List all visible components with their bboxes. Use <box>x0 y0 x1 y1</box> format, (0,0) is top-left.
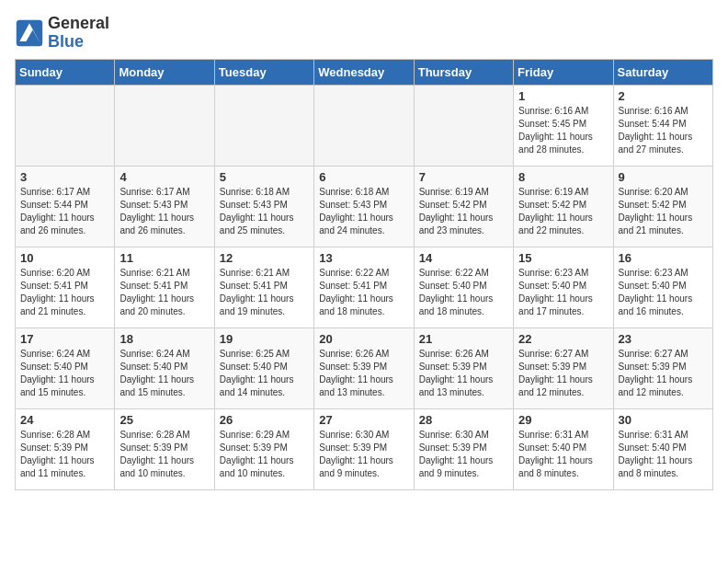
day-info: Sunrise: 6:19 AM Sunset: 5:42 PM Dayligh… <box>419 186 508 237</box>
calendar-week-row: 17Sunrise: 6:24 AM Sunset: 5:40 PM Dayli… <box>16 327 713 408</box>
day-number: 16 <box>619 251 708 265</box>
day-info: Sunrise: 6:24 AM Sunset: 5:40 PM Dayligh… <box>119 348 209 399</box>
calendar-day-cell: 1Sunrise: 6:16 AM Sunset: 5:45 PM Daylig… <box>514 85 613 166</box>
day-number: 24 <box>20 413 109 427</box>
calendar-week-row: 1Sunrise: 6:16 AM Sunset: 5:45 PM Daylig… <box>16 85 713 166</box>
calendar-day-cell: 10Sunrise: 6:20 AM Sunset: 5:41 PM Dayli… <box>16 247 115 327</box>
calendar-day-cell <box>214 85 313 166</box>
weekday-header: Saturday <box>613 59 712 85</box>
calendar-day-cell: 16Sunrise: 6:23 AM Sunset: 5:40 PM Dayli… <box>613 247 712 327</box>
day-info: Sunrise: 6:26 AM Sunset: 5:39 PM Dayligh… <box>319 348 408 399</box>
logo-blue: Blue <box>48 32 84 51</box>
weekday-header: Wednesday <box>314 59 414 85</box>
calendar-day-cell <box>314 85 414 166</box>
day-number: 7 <box>419 170 508 184</box>
weekday-header: Monday <box>115 59 214 85</box>
calendar-day-cell: 21Sunrise: 6:26 AM Sunset: 5:39 PM Dayli… <box>414 327 513 408</box>
day-info: Sunrise: 6:20 AM Sunset: 5:41 PM Dayligh… <box>20 267 109 318</box>
day-info: Sunrise: 6:30 AM Sunset: 5:39 PM Dayligh… <box>319 429 408 480</box>
day-number: 1 <box>518 89 608 103</box>
calendar-day-cell: 25Sunrise: 6:28 AM Sunset: 5:39 PM Dayli… <box>115 408 214 489</box>
calendar-day-cell <box>115 85 214 166</box>
calendar-day-cell: 17Sunrise: 6:24 AM Sunset: 5:40 PM Dayli… <box>16 327 115 408</box>
day-info: Sunrise: 6:28 AM Sunset: 5:39 PM Dayligh… <box>119 429 209 480</box>
day-info: Sunrise: 6:31 AM Sunset: 5:40 PM Dayligh… <box>518 429 608 480</box>
calendar-day-cell: 2Sunrise: 6:16 AM Sunset: 5:44 PM Daylig… <box>613 85 712 166</box>
calendar-day-cell: 30Sunrise: 6:31 AM Sunset: 5:40 PM Dayli… <box>613 408 712 489</box>
calendar-day-cell: 7Sunrise: 6:19 AM Sunset: 5:42 PM Daylig… <box>414 166 513 247</box>
day-number: 27 <box>319 413 408 427</box>
calendar-day-cell: 3Sunrise: 6:17 AM Sunset: 5:44 PM Daylig… <box>16 166 115 247</box>
day-number: 28 <box>419 413 508 427</box>
day-info: Sunrise: 6:22 AM Sunset: 5:41 PM Dayligh… <box>319 267 408 318</box>
calendar-day-cell: 26Sunrise: 6:29 AM Sunset: 5:39 PM Dayli… <box>214 408 313 489</box>
day-number: 19 <box>220 332 309 346</box>
day-number: 26 <box>220 413 309 427</box>
day-number: 13 <box>319 251 408 265</box>
page-header: General Blue <box>15 15 713 52</box>
day-info: Sunrise: 6:18 AM Sunset: 5:43 PM Dayligh… <box>319 186 408 237</box>
day-number: 18 <box>119 332 209 346</box>
day-number: 29 <box>518 413 608 427</box>
day-number: 14 <box>419 251 508 265</box>
day-number: 3 <box>20 170 109 184</box>
logo: General Blue <box>15 15 109 52</box>
day-number: 20 <box>319 332 408 346</box>
day-info: Sunrise: 6:26 AM Sunset: 5:39 PM Dayligh… <box>419 348 508 399</box>
calendar-day-cell: 8Sunrise: 6:19 AM Sunset: 5:42 PM Daylig… <box>514 166 613 247</box>
calendar-day-cell: 6Sunrise: 6:18 AM Sunset: 5:43 PM Daylig… <box>314 166 414 247</box>
day-info: Sunrise: 6:30 AM Sunset: 5:39 PM Dayligh… <box>419 429 508 480</box>
day-info: Sunrise: 6:29 AM Sunset: 5:39 PM Dayligh… <box>220 429 309 480</box>
logo-text: General Blue <box>48 15 109 52</box>
day-number: 25 <box>119 413 209 427</box>
day-number: 15 <box>518 251 608 265</box>
day-number: 4 <box>119 170 209 184</box>
day-number: 9 <box>619 170 708 184</box>
day-number: 21 <box>419 332 508 346</box>
day-number: 10 <box>20 251 109 265</box>
day-number: 23 <box>619 332 708 346</box>
day-info: Sunrise: 6:24 AM Sunset: 5:40 PM Dayligh… <box>20 348 109 399</box>
calendar-day-cell <box>16 85 115 166</box>
calendar-day-cell: 9Sunrise: 6:20 AM Sunset: 5:42 PM Daylig… <box>613 166 712 247</box>
day-info: Sunrise: 6:27 AM Sunset: 5:39 PM Dayligh… <box>518 348 608 399</box>
day-info: Sunrise: 6:23 AM Sunset: 5:40 PM Dayligh… <box>619 267 708 318</box>
calendar-day-cell: 23Sunrise: 6:27 AM Sunset: 5:39 PM Dayli… <box>613 327 712 408</box>
day-number: 8 <box>518 170 608 184</box>
calendar-day-cell: 24Sunrise: 6:28 AM Sunset: 5:39 PM Dayli… <box>16 408 115 489</box>
logo-icon <box>15 18 44 48</box>
day-info: Sunrise: 6:25 AM Sunset: 5:40 PM Dayligh… <box>220 348 309 399</box>
calendar-day-cell: 22Sunrise: 6:27 AM Sunset: 5:39 PM Dayli… <box>514 327 613 408</box>
day-info: Sunrise: 6:23 AM Sunset: 5:40 PM Dayligh… <box>518 267 608 318</box>
calendar-day-cell: 14Sunrise: 6:22 AM Sunset: 5:40 PM Dayli… <box>414 247 513 327</box>
calendar-day-cell <box>414 85 513 166</box>
calendar-day-cell: 4Sunrise: 6:17 AM Sunset: 5:43 PM Daylig… <box>115 166 214 247</box>
calendar-day-cell: 5Sunrise: 6:18 AM Sunset: 5:43 PM Daylig… <box>214 166 313 247</box>
day-info: Sunrise: 6:27 AM Sunset: 5:39 PM Dayligh… <box>619 348 708 399</box>
day-number: 17 <box>20 332 109 346</box>
calendar-week-row: 10Sunrise: 6:20 AM Sunset: 5:41 PM Dayli… <box>16 247 713 327</box>
calendar-day-cell: 13Sunrise: 6:22 AM Sunset: 5:41 PM Dayli… <box>314 247 414 327</box>
calendar-day-cell: 29Sunrise: 6:31 AM Sunset: 5:40 PM Dayli… <box>514 408 613 489</box>
calendar-week-row: 24Sunrise: 6:28 AM Sunset: 5:39 PM Dayli… <box>16 408 713 489</box>
day-info: Sunrise: 6:16 AM Sunset: 5:45 PM Dayligh… <box>518 105 608 156</box>
day-info: Sunrise: 6:17 AM Sunset: 5:43 PM Dayligh… <box>119 186 209 237</box>
day-number: 22 <box>518 332 608 346</box>
calendar-day-cell: 20Sunrise: 6:26 AM Sunset: 5:39 PM Dayli… <box>314 327 414 408</box>
day-info: Sunrise: 6:21 AM Sunset: 5:41 PM Dayligh… <box>220 267 309 318</box>
day-number: 12 <box>220 251 309 265</box>
day-info: Sunrise: 6:21 AM Sunset: 5:41 PM Dayligh… <box>119 267 209 318</box>
day-info: Sunrise: 6:19 AM Sunset: 5:42 PM Dayligh… <box>518 186 608 237</box>
calendar-week-row: 3Sunrise: 6:17 AM Sunset: 5:44 PM Daylig… <box>16 166 713 247</box>
calendar-day-cell: 12Sunrise: 6:21 AM Sunset: 5:41 PM Dayli… <box>214 247 313 327</box>
day-info: Sunrise: 6:31 AM Sunset: 5:40 PM Dayligh… <box>619 429 708 480</box>
day-info: Sunrise: 6:16 AM Sunset: 5:44 PM Dayligh… <box>619 105 708 156</box>
day-number: 6 <box>319 170 408 184</box>
weekday-header: Sunday <box>16 59 115 85</box>
weekday-header-row: SundayMondayTuesdayWednesdayThursdayFrid… <box>16 59 713 85</box>
weekday-header: Tuesday <box>214 59 313 85</box>
calendar-day-cell: 28Sunrise: 6:30 AM Sunset: 5:39 PM Dayli… <box>414 408 513 489</box>
day-number: 5 <box>220 170 309 184</box>
calendar-day-cell: 15Sunrise: 6:23 AM Sunset: 5:40 PM Dayli… <box>514 247 613 327</box>
day-number: 2 <box>619 89 708 103</box>
